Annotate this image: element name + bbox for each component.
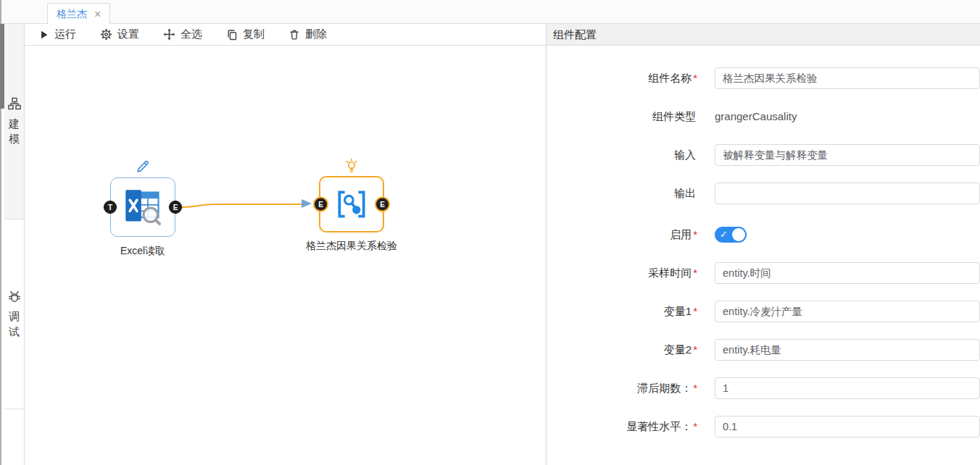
sidebar-item-debug[interactable]: 调试 (4, 219, 24, 409)
required-asterisk: * (693, 228, 697, 240)
required-asterisk: * (693, 305, 697, 317)
field-row-enabled: 启用* ✓ (547, 224, 980, 246)
lag-periods-input[interactable] (715, 377, 980, 399)
excel-icon (122, 187, 163, 227)
tab-label: 格兰杰 (57, 8, 87, 21)
play-icon (39, 30, 49, 40)
component-name-input[interactable] (715, 67, 980, 89)
sidebar-item-label: 调试 (9, 309, 20, 339)
toggle-knob (732, 228, 745, 241)
field-row-type: 组件类型 grangerCausality (547, 106, 980, 127)
field-label: 滞后期数：* (547, 377, 715, 399)
required-asterisk: * (693, 420, 697, 432)
workflow-area: 运行 设置 全选 (25, 24, 546, 465)
panel-title: 组件配置 (547, 24, 980, 46)
field-label: 启用* (547, 224, 715, 246)
canvas-toolbar: 运行 设置 全选 (25, 24, 546, 46)
settings-button[interactable]: 设置 (100, 28, 139, 41)
tab-close-icon[interactable]: × (94, 9, 101, 20)
copy-button[interactable]: 复制 (226, 28, 265, 41)
connection-wire (25, 46, 546, 464)
settings-label: 设置 (117, 28, 139, 41)
port-t-input[interactable]: T (104, 201, 117, 214)
tab-granger[interactable]: 格兰杰 × (47, 3, 110, 25)
select-all-label: 全选 (180, 28, 202, 41)
significance-level-input[interactable] (715, 416, 980, 437)
bug-icon (7, 289, 22, 303)
field-label: 变量2* (547, 339, 715, 361)
trash-icon (288, 29, 300, 41)
check-icon: ✓ (720, 229, 728, 240)
bulb-icon (344, 158, 360, 175)
field-row-input: 输入 (547, 144, 980, 166)
tab-bar: 格兰杰 × (0, 0, 980, 24)
sitemap-icon (7, 96, 22, 111)
workflow-canvas[interactable]: T E Excel读取 E E (25, 46, 546, 464)
config-form: 组件名称* 组件类型 grangerCausality 输入 输出 启用* ✓ (547, 46, 980, 437)
node-label: Excel读取 (120, 245, 165, 258)
left-sidebar: 建模 调试 (4, 24, 25, 465)
sidebar-item-label: 建模 (9, 116, 20, 146)
delete-label: 删除 (305, 28, 327, 41)
field-row-sample-time: 采样时间* (547, 262, 980, 284)
node-label: 格兰杰因果关系检验 (306, 240, 397, 253)
output-desc-input[interactable] (715, 183, 980, 204)
required-asterisk: * (693, 72, 697, 84)
search-link-icon (333, 186, 370, 222)
run-button[interactable]: 运行 (39, 28, 76, 41)
field-label: 输出 (547, 183, 715, 204)
field-label: 变量1* (547, 301, 715, 322)
field-row-significance: 显著性水平：* (547, 416, 980, 437)
field-label: 输入 (547, 144, 715, 166)
app-window: 格兰杰 × 建模 调试 (0, 0, 980, 465)
select-all-button[interactable]: 全选 (163, 28, 202, 41)
sidebar-item-modeling[interactable]: 建模 (4, 24, 24, 219)
required-asterisk: * (693, 343, 697, 356)
move-icon (163, 28, 175, 41)
variable2-input[interactable] (715, 339, 980, 361)
pencil-icon (135, 159, 151, 175)
copy-icon (226, 29, 238, 41)
field-label: 采样时间* (547, 262, 715, 284)
port-e-output[interactable]: E (375, 197, 390, 212)
field-row-var2: 变量2* (547, 339, 980, 361)
node-excel-read[interactable]: T E Excel读取 (110, 177, 175, 237)
field-label: 组件类型 (547, 106, 715, 127)
field-row-output: 输出 (547, 183, 980, 204)
component-type-value: grangerCausality (715, 110, 797, 122)
copy-label: 复制 (243, 28, 265, 41)
variable1-input[interactable] (715, 301, 980, 322)
field-label: 组件名称* (547, 67, 715, 89)
field-row-lag: 滞后期数：* (547, 377, 980, 399)
input-desc-input[interactable] (715, 144, 980, 166)
enable-toggle[interactable]: ✓ (715, 227, 747, 243)
wire-arrowhead-icon (302, 199, 312, 208)
component-config-panel: 组件配置 组件名称* 组件类型 grangerCausality 输入 输出 启… (546, 24, 980, 465)
field-row-name: 组件名称* (547, 67, 980, 89)
port-e-output[interactable]: E (169, 201, 182, 214)
port-e-input[interactable]: E (313, 197, 328, 212)
required-asterisk: * (693, 382, 697, 394)
sample-time-input[interactable] (715, 262, 980, 284)
delete-button[interactable]: 删除 (288, 28, 327, 41)
node-granger-causality[interactable]: E E 格兰杰因果关系检验 (319, 176, 384, 232)
run-label: 运行 (54, 28, 76, 41)
field-label: 显著性水平：* (547, 416, 715, 437)
required-asterisk: * (693, 267, 697, 279)
gear-icon (100, 28, 112, 41)
field-row-var1: 变量1* (547, 301, 980, 322)
